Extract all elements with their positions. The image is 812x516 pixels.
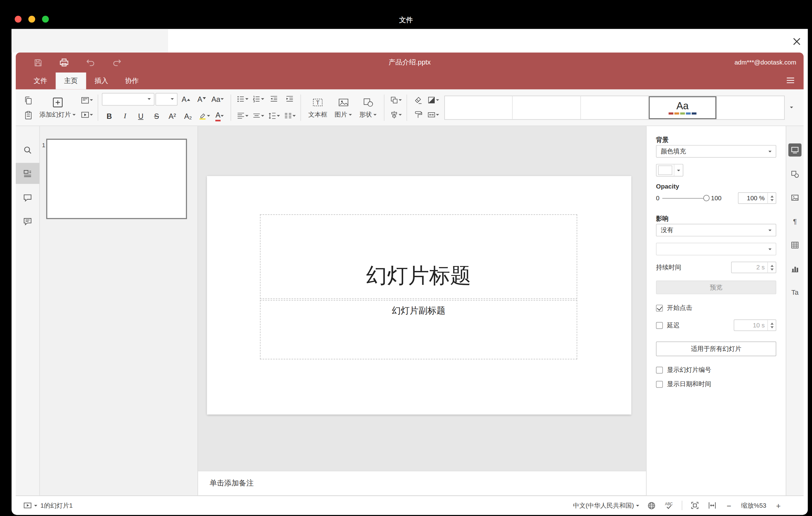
slides-panel-button[interactable] [16, 163, 39, 184]
spinner-up-icon[interactable] [770, 195, 774, 197]
theme-option-2[interactable] [513, 96, 581, 119]
copy-button[interactable] [21, 93, 36, 107]
start-on-click-checkbox-row[interactable]: 开始点击 [656, 304, 776, 313]
preview-button[interactable]: 预览 [656, 281, 776, 294]
slide-layout-button[interactable] [79, 93, 94, 107]
insert-shape-button[interactable]: 形状 [356, 91, 380, 124]
bullet-list-button[interactable] [235, 92, 250, 106]
slide-settings-button[interactable] [788, 144, 802, 157]
textart-settings-button[interactable]: Ta [788, 286, 802, 299]
slide-size-button[interactable] [426, 108, 440, 122]
save-button[interactable] [29, 56, 46, 69]
language-select[interactable]: 中文(中华人民共和国) [573, 501, 639, 510]
align-shape-button[interactable] [388, 108, 403, 122]
close-dialog-button[interactable] [791, 36, 803, 47]
theme-option-3[interactable] [581, 96, 649, 119]
spinner-up-icon[interactable] [770, 264, 774, 267]
show-slide-number-checkbox[interactable] [656, 367, 663, 373]
underline-button[interactable]: U [133, 109, 148, 122]
chart-settings-button[interactable] [788, 262, 802, 276]
delay-checkbox-row[interactable]: 延迟 10 s [656, 319, 776, 331]
show-datetime-row[interactable]: 显示日期和时间 [656, 380, 776, 389]
image-settings-button[interactable] [788, 191, 802, 205]
duration-spinner[interactable]: 2 s [731, 262, 776, 273]
add-slide-button[interactable]: 添加幻灯片 [36, 91, 79, 124]
start-slideshow-status-button[interactable] [23, 501, 37, 510]
theme-gallery-expand-button[interactable] [785, 95, 798, 119]
fill-color-select[interactable] [656, 164, 683, 176]
redo-button[interactable] [108, 56, 125, 69]
line-spacing-button[interactable] [266, 109, 281, 122]
shape-settings-button[interactable] [788, 168, 802, 181]
fill-type-select[interactable]: 颜色填充 [656, 145, 776, 158]
apply-to-all-button[interactable]: 适用于所有幻灯片 [656, 342, 776, 356]
tab-insert[interactable]: 插入 [86, 73, 117, 89]
slider-knob[interactable] [703, 195, 709, 201]
copy-style-button[interactable] [411, 108, 426, 122]
font-size-combo[interactable] [155, 93, 178, 105]
search-panel-button[interactable] [16, 139, 39, 160]
font-name-combo[interactable] [102, 93, 154, 105]
italic-button[interactable]: I [118, 109, 132, 122]
paste-button[interactable] [21, 108, 36, 122]
bold-button[interactable]: B [102, 109, 117, 122]
notes-area[interactable]: 单击添加备注 [198, 470, 646, 495]
decrease-indent-button[interactable] [266, 92, 281, 106]
spinner-up-icon[interactable] [770, 322, 774, 324]
arrange-shape-button[interactable] [388, 93, 403, 107]
clear-style-button[interactable] [411, 93, 426, 107]
vertical-align-button[interactable] [251, 109, 265, 122]
spinner-down-icon[interactable] [770, 268, 774, 270]
menu-button[interactable] [784, 74, 797, 87]
change-case-button[interactable]: Aa [210, 92, 225, 106]
zoom-out-button[interactable]: − [725, 501, 733, 510]
theme-option-1[interactable] [445, 96, 513, 119]
spinner-down-icon[interactable] [770, 199, 774, 201]
effect-select[interactable]: 没有 [656, 224, 776, 236]
strikethrough-button[interactable]: S [149, 109, 164, 122]
table-settings-button[interactable] [788, 238, 802, 252]
theme-option-selected[interactable]: Aa [649, 96, 717, 119]
start-on-click-checkbox[interactable] [656, 305, 663, 311]
start-slideshow-button[interactable] [79, 108, 94, 122]
delay-checkbox[interactable] [656, 322, 663, 329]
document-language-button[interactable] [647, 501, 656, 510]
paragraph-settings-button[interactable]: ¶ [788, 215, 802, 228]
effect-type-select[interactable] [656, 243, 776, 256]
show-slide-number-row[interactable]: 显示幻灯片编号 [656, 366, 776, 375]
highlight-color-button[interactable] [197, 109, 211, 122]
slide-fill-color-button[interactable] [426, 93, 440, 107]
tab-collaboration[interactable]: 协作 [117, 73, 147, 89]
subtitle-placeholder[interactable]: 幻灯片副标题 [260, 300, 577, 359]
slide[interactable]: 幻灯片标题 幻灯片副标题 [207, 176, 632, 414]
subscript-button[interactable]: A₂ [181, 109, 196, 122]
comments-panel-button[interactable] [16, 187, 39, 208]
fit-slide-button[interactable] [690, 500, 700, 510]
print-button[interactable] [56, 56, 72, 69]
delay-spinner[interactable]: 10 s [734, 319, 776, 331]
spellcheck-button[interactable]: ABC [664, 500, 674, 511]
horizontal-align-button[interactable] [235, 109, 250, 122]
tab-home[interactable]: 主页 [56, 73, 86, 89]
tab-file[interactable]: 文件 [25, 73, 56, 89]
title-placeholder[interactable]: 幻灯片标题 [260, 214, 577, 299]
increase-font-button[interactable]: A [179, 92, 194, 106]
zoom-in-button[interactable]: + [774, 501, 782, 510]
decrease-font-button[interactable]: A [194, 92, 209, 106]
show-datetime-checkbox[interactable] [656, 381, 663, 388]
font-color-button[interactable]: A [212, 109, 227, 122]
insert-image-button[interactable]: 图片 [331, 91, 356, 124]
theme-option-5[interactable] [717, 96, 784, 119]
columns-button[interactable] [282, 109, 297, 122]
spinner-down-icon[interactable] [770, 326, 774, 328]
slide-thumbnail[interactable] [46, 139, 187, 219]
insert-textbox-button[interactable]: T 文本框 [304, 91, 331, 124]
superscript-button[interactable]: A² [165, 109, 180, 122]
undo-button[interactable] [82, 56, 99, 69]
feedback-panel-button[interactable] [16, 211, 39, 232]
increase-indent-button[interactable] [282, 92, 297, 106]
numbered-list-button[interactable] [251, 92, 265, 106]
opacity-spinner[interactable]: 100 % [738, 192, 776, 204]
fit-width-button[interactable] [707, 500, 717, 510]
opacity-slider[interactable] [662, 195, 708, 201]
